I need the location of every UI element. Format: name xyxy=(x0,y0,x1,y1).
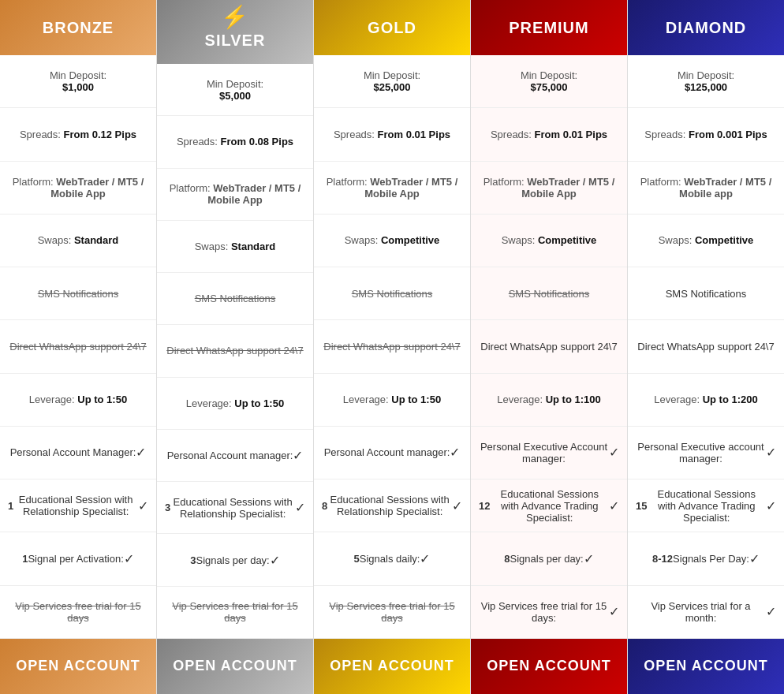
plan-col-gold: GOLDMin Deposit:$25,000Spreads: From 0.0… xyxy=(314,0,471,694)
diamond-name: DIAMOND xyxy=(666,19,747,37)
plan-col-premium: PREMIUMMin Deposit:$75,000Spreads: From … xyxy=(471,0,628,694)
gold-sms: SMS Notifications xyxy=(314,267,470,320)
premium-name: PREMIUM xyxy=(509,19,588,37)
silver-edu-sessions: 3 Educational Sessions with Relationship… xyxy=(157,482,313,534)
premium-platform: Platform: WebTrader / MT5 / Mobile App xyxy=(471,162,627,215)
diamond-whatsapp: Direct WhatsApp support 24\7 xyxy=(628,320,784,373)
diamond-swaps: Swaps: Competitive xyxy=(628,215,784,267)
gold-min-deposit: Min Deposit:$25,000 xyxy=(314,55,470,108)
premium-swaps: Swaps: Competitive xyxy=(471,215,627,267)
silver-sms: SMS Notifications xyxy=(157,273,313,325)
bronze-account-manager: Personal Account Manager: ✓ xyxy=(0,427,156,479)
bronze-swaps: Swaps: Standard xyxy=(0,215,156,267)
silver-vip: Vip Services free trial for 15 days xyxy=(157,587,313,639)
gold-swaps: Swaps: Competitive xyxy=(314,215,470,267)
gold-platform: Platform: WebTrader / MT5 / Mobile App xyxy=(314,162,470,215)
silver-name: SILVER xyxy=(205,32,266,50)
premium-vip: Vip Services free trial for 15 days: ✓ xyxy=(471,586,627,639)
bronze-name: BRONZE xyxy=(43,19,114,37)
premium-sms: SMS Notifications xyxy=(471,267,627,320)
premium-account-manager: Personal Executive Account manager: ✓ xyxy=(471,427,627,479)
bronze-platform: Platform: WebTrader / MT5 / Mobile App xyxy=(0,162,156,215)
diamond-leverage: Leverage: Up to 1:200 xyxy=(628,374,784,427)
bronze-spreads: Spreads: From 0.12 Pips xyxy=(0,108,156,161)
bronze-signals: 1 Signal per Activation:✓ xyxy=(0,532,156,585)
diamond-min-deposit: Min Deposit:$125,000 xyxy=(628,55,784,108)
gold-leverage: Leverage: Up to 1:50 xyxy=(314,374,470,427)
lightning-icon: ⚡ xyxy=(221,4,249,30)
gold-header: GOLD xyxy=(314,0,470,55)
gold-signals: 5 Signals daily:✓ xyxy=(314,532,470,585)
silver-header: ⚡SILVER xyxy=(157,0,313,64)
gold-edu-sessions: 8 Educational Sessions with Relationship… xyxy=(314,479,470,532)
gold-whatsapp: Direct WhatsApp support 24\7 xyxy=(314,320,470,373)
plan-col-silver: ⚡SILVERMin Deposit:$5,000Spreads: From 0… xyxy=(157,0,314,694)
premium-edu-sessions: 12 Educational Sessions with Advance Tra… xyxy=(471,479,627,532)
silver-open-account-button[interactable]: OPEN ACCOUNT xyxy=(157,639,313,694)
silver-leverage: Leverage: Up to 1:50 xyxy=(157,378,313,430)
silver-whatsapp: Direct WhatsApp support 24\7 xyxy=(157,325,313,377)
silver-swaps: Swaps: Standard xyxy=(157,221,313,273)
bronze-edu-sessions: 1 Educational Session with Relationship … xyxy=(0,479,156,532)
gold-spreads: Spreads: From 0.01 Pips xyxy=(314,108,470,161)
bronze-whatsapp: Direct WhatsApp support 24\7 xyxy=(0,320,156,373)
bronze-min-deposit: Min Deposit:$1,000 xyxy=(0,55,156,108)
bronze-sms: SMS Notifications xyxy=(0,267,156,320)
gold-name: GOLD xyxy=(368,19,416,37)
diamond-edu-sessions: 15 Educational Sessions with Advance Tra… xyxy=(628,479,784,532)
premium-signals: 8 Signals per day:✓ xyxy=(471,532,627,585)
diamond-header: DIAMOND xyxy=(628,0,784,55)
bronze-vip: Vip Services free trial for 15 days xyxy=(0,586,156,639)
silver-min-deposit: Min Deposit:$5,000 xyxy=(157,64,313,116)
premium-min-deposit: Min Deposit:$75,000 xyxy=(471,55,627,108)
silver-account-manager: Personal Account manager: ✓ xyxy=(157,430,313,482)
gold-vip: Vip Services free trial for 15 days xyxy=(314,586,470,639)
diamond-platform: Platform: WebTrader / MT5 / Mobile app xyxy=(628,162,784,215)
premium-spreads: Spreads: From 0.01 Pips xyxy=(471,108,627,161)
bronze-header: BRONZE xyxy=(0,0,156,55)
diamond-spreads: Spreads: From 0.001 Pips xyxy=(628,108,784,161)
diamond-vip: Vip Services trial for a month: ✓ xyxy=(628,586,784,639)
bronze-leverage: Leverage: Up to 1:50 xyxy=(0,374,156,427)
silver-signals: 3 Signals per day:✓ xyxy=(157,534,313,586)
diamond-open-account-button[interactable]: OPEN ACCOUNT xyxy=(628,639,784,694)
gold-open-account-button[interactable]: OPEN ACCOUNT xyxy=(314,639,470,694)
diamond-account-manager: Personal Executive account manager: ✓ xyxy=(628,427,784,479)
premium-open-account-button[interactable]: OPEN ACCOUNT xyxy=(471,639,627,694)
diamond-sms: SMS Notifications xyxy=(628,267,784,320)
plan-col-diamond: DIAMONDMin Deposit:$125,000Spreads: From… xyxy=(628,0,784,694)
bronze-open-account-button[interactable]: OPEN ACCOUNT xyxy=(0,639,156,694)
gold-account-manager: Personal Account manager: ✓ xyxy=(314,427,470,479)
silver-spreads: Spreads: From 0.08 Pips xyxy=(157,116,313,168)
plan-col-bronze: BRONZEMin Deposit:$1,000Spreads: From 0.… xyxy=(0,0,157,694)
premium-whatsapp: Direct WhatsApp support 24\7 xyxy=(471,320,627,373)
premium-header: PREMIUM xyxy=(471,0,627,55)
diamond-signals: 8-12 Signals Per Day:✓ xyxy=(628,532,784,585)
pricing-table: BRONZEMin Deposit:$1,000Spreads: From 0.… xyxy=(0,0,784,694)
silver-platform: Platform: WebTrader / MT5 / Mobile App xyxy=(157,169,313,221)
premium-leverage: Leverage: Up to 1:100 xyxy=(471,374,627,427)
